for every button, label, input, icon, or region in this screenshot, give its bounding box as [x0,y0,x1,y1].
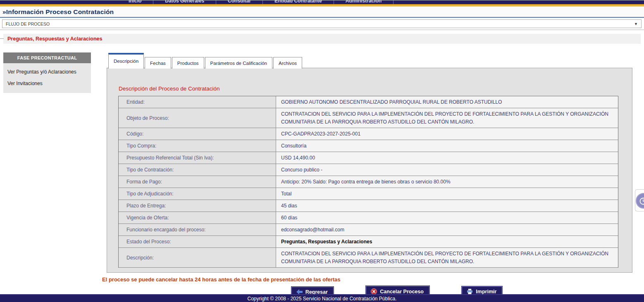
row-presupuesto-referencial: Presupuesto Referencial Total (Sin Iva):… [119,152,618,164]
nav-item-inicio[interactable]: Inicio [117,0,153,4]
row-tipo-adjudicacion: Tipo de Adjudicación: Total [119,188,618,200]
title-bar: »Información Proceso Contratación [0,7,644,18]
sidebar-fase-precontractual: FASE PRECONTRACTUAL Ver Preguntas y/ó Ac… [3,52,91,93]
row-descripcion: Descripción: CONTRATACION DEL SERVICIO P… [119,248,618,268]
field-label: Tipo de Contratación: [119,164,276,176]
field-value: Total [276,188,618,200]
field-value: Concurso publico - [276,164,618,176]
row-objeto-de-proceso: Objeto de Proceso: CONTRATACION DEL SERV… [119,108,618,128]
banner-left-stub [0,38,4,39]
row-funcionario-encargado: Funcionario encargado del proceso: edcon… [119,224,618,236]
row-forma-de-pago: Forma de Pago: Anticipo: 20% Saldo: Pago… [119,176,618,188]
field-value: 60 días [276,212,618,224]
field-label: Descripción: [119,248,276,267]
row-entidad: Entidad: GOBIERNO AUTONOMO DESCENTRALIZA… [119,96,618,108]
field-value: CPC-GADPRA2023-2027-2025-001 [276,128,618,140]
description-section-title: Descripción del Proceso de Contratación [107,68,632,96]
field-value: GOBIERNO AUTONOMO DESCENTRALIZADO PARROQ… [276,96,618,108]
row-tipo-contratacion: Tipo de Contratación: Concurso publico - [119,164,618,176]
field-value: CONTRATACION DEL SERVICIO PARA LA IMPLEM… [276,108,618,128]
field-label: Forma de Pago: [119,176,276,188]
field-label: Entidad: [119,96,276,108]
nav-item-administracion[interactable]: Administración [334,0,394,4]
field-label: Código: [119,128,276,140]
print-button-label: Imprimir [476,289,496,295]
top-navigation: Inicio Datos Generales Consultar Entidad… [0,0,644,4]
field-label: Tipo Compra: [119,140,276,152]
sidebar-title: FASE PRECONTRACTUAL [3,52,91,63]
field-value: Anticipo: 20% Saldo: Pago contra entrega… [276,176,618,188]
status-banner: Preguntas, Respuestas y Aclaraciones [3,34,641,44]
footer: Copyright © 2008 - 2025 Servicio Naciona… [0,294,644,302]
floating-widget[interactable] [635,189,644,212]
tab-descripcion[interactable]: Descripción [108,53,144,69]
field-value: CONTRATACION DEL SERVICIO PARA LA IMPLEM… [276,248,618,267]
row-tipo-compra: Tipo Compra: Consultoría [119,140,618,152]
process-details-table: Entidad: GOBIERNO AUTONOMO DESCENTRALIZA… [118,96,618,268]
status-value: Preguntas, Respuestas y Aclaraciones [276,236,618,247]
process-flow-selected-value: FLUJO DE PROCESO [6,21,50,26]
tab-parametros-calificacion[interactable]: Parámetros de Calificación [205,57,272,69]
chevron-down-icon: ▼ [634,22,638,26]
cancel-icon [371,288,377,295]
field-label: Tipo de Adjudicación: [119,188,276,200]
nav-item-datos-generales[interactable]: Datos Generales [153,0,216,4]
main-area: FASE PRECONTRACTUAL Ver Preguntas y/ó Ac… [0,52,644,273]
field-value: edconsagrado@hotmail.com [276,224,618,235]
row-vigencia-de-oferta: Vigencia de Oferta: 60 días [119,212,618,224]
cancel-notice: El proceso se puede cancelar hasta 24 ho… [102,276,644,283]
copyright-text: Copyright © 2008 - 2025 Servicio Naciona… [247,296,396,302]
row-estado-del-proceso: Estado del Proceso: Preguntas, Respuesta… [119,236,618,248]
content-area: Descripción Fechas Productos Parámetros … [107,52,632,273]
status-banner-text: Preguntas, Respuestas y Aclaraciones [3,36,103,42]
field-label: Presupuesto Referencial Total (Sin Iva): [119,152,276,164]
row-plazo-de-entrega: Plazo de Entrega: 45 dias [119,200,618,212]
cancel-button-label: Cancelar Proceso [380,289,424,295]
sidebar-item-ver-preguntas[interactable]: Ver Preguntas y/ó Aclaraciones [3,66,91,77]
tab-fechas[interactable]: Fechas [145,57,171,69]
field-value: Consultoría [276,140,618,152]
sidebar-body: Ver Preguntas y/ó Aclaraciones Ver Invit… [3,63,91,93]
process-flow-select[interactable]: FLUJO DE PROCESO ▼ [2,19,642,28]
row-codigo: Código: CPC-GADPRA2023-2027-2025-001 [119,128,618,140]
nav-item-consultar[interactable]: Consultar [216,0,262,4]
field-label: Plazo de Entrega: [119,200,276,212]
tab-productos[interactable]: Productos [172,57,204,69]
sidebar-item-ver-invitaciones[interactable]: Ver Invitaciones [3,77,91,89]
field-label: Objeto de Proceso: [119,108,276,128]
field-label: Funcionario encargado del proceso: [119,224,276,235]
field-label: Vigencia de Oferta: [119,212,276,224]
field-label: Estado del Proceso: [119,236,276,247]
tab-strip: Descripción Fechas Productos Parámetros … [107,52,632,68]
nav-item-entidad-contratante[interactable]: Entidad Contratante [262,0,334,4]
field-value: 45 dias [276,200,618,212]
page-title: »Información Proceso Contratación [2,8,641,16]
field-value: USD 14,490.00 [276,152,618,164]
printer-icon [467,289,473,295]
tab-archivos[interactable]: Archivos [273,57,302,69]
clock-widget-icon [636,193,644,209]
page-divider [0,29,644,30]
description-panel: Descripción del Proceso de Contratación … [107,68,632,273]
